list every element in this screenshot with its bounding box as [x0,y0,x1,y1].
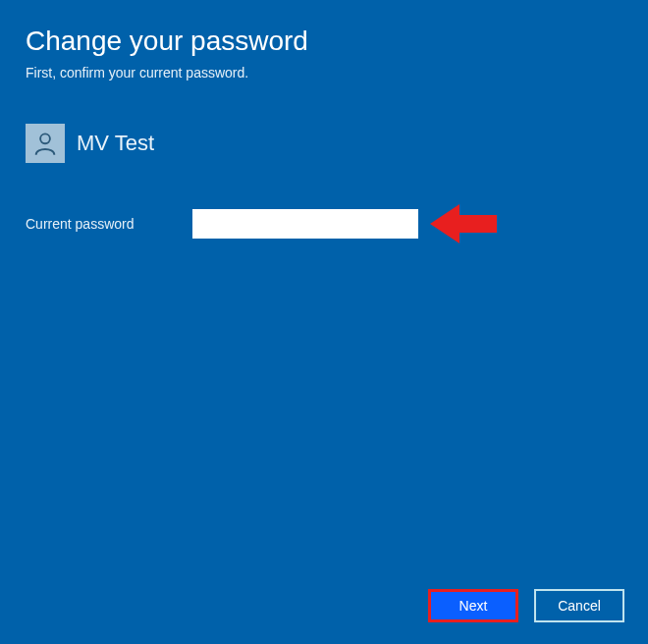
user-info: MV Test [26,124,622,163]
page-subtitle: First, confirm your current password. [26,65,622,80]
arrow-left-icon [430,202,499,245]
annotation-arrow [430,202,499,245]
user-icon [31,130,59,157]
current-password-label: Current password [26,216,192,232]
current-password-row: Current password [26,202,622,245]
svg-point-0 [40,134,50,143]
button-bar: Next Cancel [428,589,624,622]
cancel-button[interactable]: Cancel [534,589,624,622]
next-button[interactable]: Next [428,589,518,622]
avatar [26,124,65,163]
username-label: MV Test [77,131,154,156]
current-password-input[interactable] [192,209,418,239]
svg-marker-1 [430,204,497,243]
page-title: Change your password [26,26,622,57]
